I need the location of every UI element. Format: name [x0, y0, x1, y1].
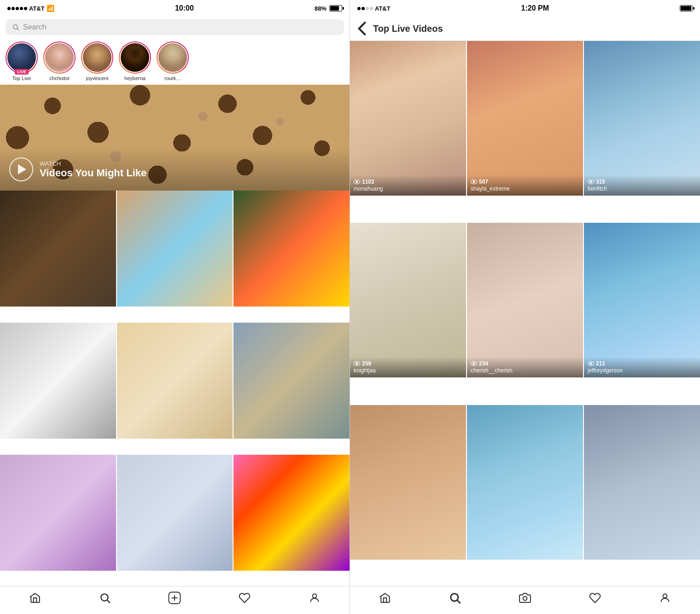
- video-views-cherish: 234: [471, 360, 579, 367]
- video-cell-jeffrey[interactable]: 211 jeffreydgerson: [584, 223, 700, 377]
- back-button[interactable]: [357, 21, 367, 36]
- search-placeholder: Search: [23, 23, 47, 31]
- story-item-chchoitoi[interactable]: chchoitoi: [43, 41, 76, 81]
- grid-cell-4[interactable]: [117, 323, 233, 439]
- carrier-left: AT&T: [29, 5, 45, 12]
- video-username-benfitch: benfitch: [588, 185, 696, 192]
- video-cell-knightjaa[interactable]: 259 knightjaa: [350, 223, 466, 377]
- time-right: 1:20 PM: [521, 4, 549, 12]
- play-icon: [18, 164, 26, 174]
- right-panel: AT&T 1:20 PM Top Live Videos 1102 monahu…: [350, 0, 700, 614]
- nav-camera-right[interactable]: [518, 591, 532, 605]
- story-item-joyvincent[interactable]: joyvincent: [81, 41, 113, 81]
- nav-search-right[interactable]: [448, 591, 462, 605]
- search-bar[interactable]: Search: [6, 19, 344, 35]
- battery-percent-left: 88%: [315, 5, 327, 12]
- grid-cell-7[interactable]: [117, 455, 233, 571]
- grid-cell-1[interactable]: [117, 191, 233, 307]
- nav-home-left[interactable]: [28, 591, 42, 605]
- story-username-rourke: rourk…: [164, 75, 181, 81]
- svg-point-7: [313, 594, 317, 598]
- play-button[interactable]: [9, 157, 33, 181]
- video-grid: 1102 monahuang 507 shayla_extreme 315 b: [350, 41, 700, 586]
- nav-home-right[interactable]: [378, 591, 392, 605]
- eye-icon: [354, 180, 360, 184]
- svg-point-10: [523, 597, 527, 601]
- video-views-benfitch: 315: [588, 179, 696, 185]
- grid-cell-2[interactable]: [233, 191, 350, 307]
- video-overlay-benfitch: 315 benfitch: [584, 175, 700, 196]
- status-left: AT&T 📶: [7, 5, 54, 12]
- grid-cell-8[interactable]: [233, 455, 350, 571]
- eye-icon: [588, 361, 594, 366]
- video-username-knightjaa: knightjaa: [354, 367, 462, 374]
- story-avatar-heyberna: [119, 41, 151, 74]
- story-avatar-rourke: [157, 41, 189, 74]
- video-username-cherish: cherish__cherish: [471, 367, 579, 374]
- signal-dots: [7, 7, 27, 10]
- video-overlay-jeffrey: 211 jeffreydgerson: [584, 357, 700, 377]
- nav-add-left[interactable]: [168, 591, 181, 605]
- status-right-right: [680, 5, 693, 12]
- video-cell-dog2[interactable]: [350, 405, 466, 560]
- time-left: 10:00: [175, 4, 194, 12]
- right-header: Top Live Videos: [350, 17, 700, 41]
- svg-line-9: [457, 600, 460, 603]
- carrier-right: AT&T: [375, 5, 391, 12]
- nav-profile-right[interactable]: [658, 591, 672, 605]
- nav-profile-left[interactable]: [308, 591, 321, 605]
- watch-banner[interactable]: WATCH Videos You Might Like: [0, 85, 350, 191]
- story-username-heyberna: heyberna: [124, 75, 146, 81]
- grid-cell-0[interactable]: [0, 191, 116, 307]
- bottom-nav-left: [0, 586, 350, 614]
- nav-heart-left[interactable]: [238, 591, 251, 605]
- story-avatar-toplive: LIVE: [6, 41, 38, 74]
- story-item-rourke[interactable]: rourk…: [157, 41, 189, 81]
- story-item-toplive[interactable]: LIVE Top Live: [6, 41, 38, 81]
- status-bar-left: AT&T 📶 10:00 88%: [0, 0, 350, 17]
- left-panel: AT&T 📶 10:00 88% Search LIVE Top Live: [0, 0, 350, 614]
- video-cell-cherish[interactable]: 234 cherish__cherish: [467, 223, 583, 377]
- nav-heart-right[interactable]: [588, 591, 602, 605]
- video-cell-palm[interactable]: [467, 405, 583, 560]
- grid-cell-6[interactable]: [0, 455, 116, 571]
- video-overlay-knightjaa: 259 knightjaa: [350, 357, 466, 377]
- video-username-shayla: shayla_extreme: [471, 185, 579, 192]
- video-views-monahuang: 1102: [354, 179, 462, 185]
- story-avatar-chchoitoi: [43, 41, 76, 74]
- eye-icon: [471, 180, 477, 184]
- grid-cell-5[interactable]: [233, 323, 350, 439]
- search-icon: [12, 23, 19, 31]
- eye-icon: [588, 180, 594, 184]
- video-cell-shayla[interactable]: 507 shayla_extreme: [467, 41, 583, 196]
- video-views-knightjaa: 259: [354, 360, 462, 367]
- eye-icon: [471, 361, 477, 366]
- video-overlay-monahuang: 1102 monahuang: [350, 175, 466, 196]
- eye-icon: [354, 361, 360, 366]
- watch-title: Videos You Might Like: [40, 167, 146, 179]
- story-item-heyberna[interactable]: heyberna: [119, 41, 151, 81]
- wifi-icon: 📶: [47, 5, 54, 12]
- battery-icon-left: [329, 5, 342, 12]
- stories-row: LIVE Top Live chchoitoi joyvincent: [0, 38, 350, 85]
- watch-label: WATCH: [40, 160, 146, 167]
- bottom-nav-right: [350, 586, 700, 614]
- status-bar-right: AT&T 1:20 PM: [350, 0, 700, 17]
- video-username-monahuang: monahuang: [354, 185, 462, 192]
- video-cell-people[interactable]: [584, 405, 700, 560]
- video-cell-monahuang[interactable]: 1102 monahuang: [350, 41, 466, 196]
- svg-point-8: [451, 594, 458, 601]
- grid-cell-3[interactable]: [0, 323, 116, 439]
- nav-search-left[interactable]: [98, 591, 112, 605]
- page-title: Top Live Videos: [373, 23, 443, 34]
- story-username-joyvincent: joyvincent: [86, 75, 109, 81]
- svg-point-0: [13, 25, 18, 29]
- video-username-jeffrey: jeffreydgerson: [588, 367, 696, 374]
- video-overlay-shayla: 507 shayla_extreme: [467, 175, 583, 196]
- status-left-right: AT&T: [357, 5, 391, 12]
- video-cell-benfitch[interactable]: 315 benfitch: [584, 41, 700, 196]
- battery-icon-right: [680, 5, 693, 12]
- signal-dots-right: [357, 7, 373, 10]
- video-views-jeffrey: 211: [588, 360, 696, 367]
- svg-point-11: [663, 594, 667, 598]
